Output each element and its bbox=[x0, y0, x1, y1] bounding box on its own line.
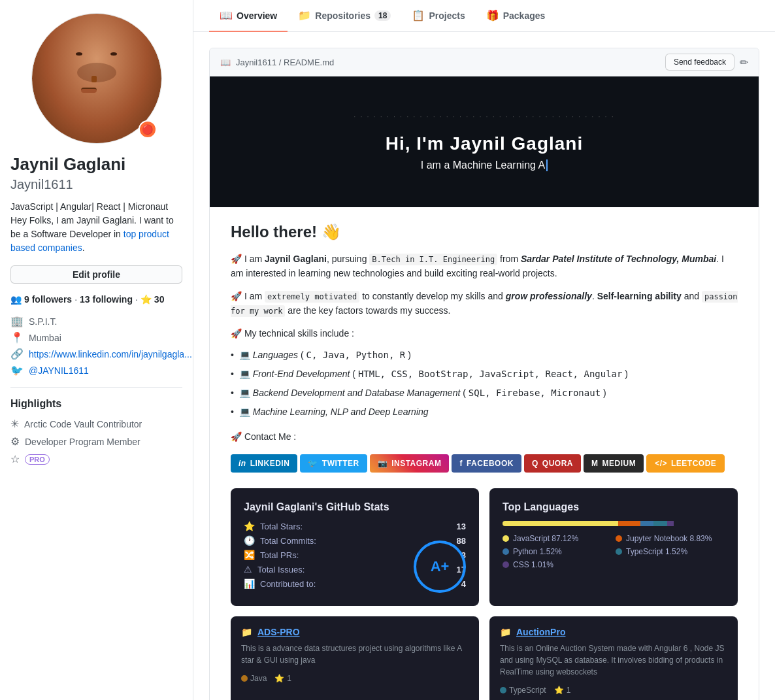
jupyter-dot bbox=[616, 535, 622, 542]
stars-link[interactable]: 30 bbox=[154, 294, 165, 305]
content-area: 📖 Jaynil1611 / README.md Send feedback ✏… bbox=[193, 32, 775, 700]
profile-username: Jaynil1611 bbox=[10, 177, 182, 192]
highlight-text-1: Arctic Code Vault Contributor bbox=[24, 419, 142, 429]
repo-desc-auctionpro: This is an Online Auction System made wi… bbox=[500, 642, 727, 678]
readme-skills-intro: 🚀 My technical skills include : bbox=[231, 326, 738, 341]
facebook-icon: f bbox=[459, 459, 463, 468]
stats-card-title: Jaynil Gaglani's GitHub Stats bbox=[244, 501, 466, 513]
projects-icon: 📋 bbox=[412, 9, 425, 22]
repo-meta-ads-pro: Java ⭐ 1 bbox=[241, 674, 469, 683]
linkedin-icon: in bbox=[239, 459, 246, 468]
bullet-icon: • bbox=[231, 348, 234, 362]
twitter-icon: 🐦 bbox=[10, 364, 24, 376]
building-icon: 🏢 bbox=[10, 315, 24, 327]
following-link[interactable]: 13 following bbox=[80, 294, 133, 305]
profile-banner: · · · · · · · · · · · · · · · · · · · · … bbox=[210, 76, 759, 207]
github-stats-card: Jaynil Gaglani's GitHub Stats ⭐ Total St… bbox=[231, 488, 479, 606]
tab-packages[interactable]: 🎁 Packages bbox=[476, 0, 556, 32]
org-value: S.P.I.T. bbox=[29, 316, 57, 327]
repo-meta-auctionpro: TypeScript ⭐ 1 bbox=[500, 686, 727, 695]
tab-overview[interactable]: 📖 Overview bbox=[209, 0, 288, 32]
stars-icon-1: ⭐ bbox=[274, 674, 284, 683]
bio-link[interactable]: top product based companies bbox=[10, 229, 169, 253]
readme-path: Jaynil1611 / README.md bbox=[236, 58, 334, 67]
repo-card-ads-pro: 📁 ADS-PRO This is a advance data structu… bbox=[231, 616, 479, 700]
readme-skills-list: • 💻 Languages ( C, Java, Python, R ) • 💻… bbox=[231, 348, 738, 419]
total-commits-label: Total Commits: bbox=[260, 536, 452, 546]
gear-icon: ⚙ bbox=[10, 435, 20, 448]
skill-item-1: • 💻 Languages ( C, Java, Python, R ) bbox=[231, 348, 738, 362]
overview-icon: 📖 bbox=[220, 9, 233, 22]
grade-circle: A+ bbox=[414, 541, 466, 593]
total-stars-row: ⭐ Total Stars: 13 bbox=[244, 521, 466, 531]
css-dot bbox=[503, 561, 509, 568]
repo-icon-2: 📁 bbox=[500, 627, 511, 637]
language-legend: JavaScript 87.12% Jupyter Notebook 8.83%… bbox=[503, 534, 725, 569]
readme-card: 📖 Jaynil1611 / README.md Send feedback ✏… bbox=[209, 48, 759, 700]
edit-profile-button[interactable]: Edit profile bbox=[10, 265, 182, 284]
bullet-icon: • bbox=[231, 386, 234, 400]
highlight-item-2: ⚙ Developer Program Member bbox=[10, 435, 182, 448]
linkedin-button[interactable]: in LINKEDIN bbox=[231, 454, 297, 473]
stars-bg: · · · · · · · · · · · · · · · · · · · · … bbox=[354, 112, 614, 120]
lang-item-js: JavaScript 87.12% bbox=[503, 534, 612, 543]
repo-cards-row: 📁 ADS-PRO This is a advance data structu… bbox=[231, 616, 738, 700]
facebook-button[interactable]: f FACEBOOK bbox=[452, 454, 521, 473]
contact-section: 🚀 Contact Me : bbox=[231, 429, 738, 444]
linkedin-item: 🔗 https://www.linkedin.com/in/jaynilgagl… bbox=[10, 348, 182, 360]
tab-projects[interactable]: 📋 Projects bbox=[401, 0, 475, 32]
python-dot bbox=[503, 548, 509, 555]
lang-item-ts: TypeScript 1.52% bbox=[616, 547, 725, 556]
followers-link[interactable]: 9 followers bbox=[24, 294, 72, 305]
twitter-item: 🐦 @JAYNIL1611 bbox=[10, 364, 182, 376]
stars-icon-2: ⭐ bbox=[554, 686, 564, 695]
repo-lang-auctionpro: TypeScript bbox=[500, 686, 546, 695]
book-icon: 📖 bbox=[220, 58, 231, 67]
repo-name-ads-pro[interactable]: ADS-PRO bbox=[257, 627, 300, 637]
linkedin-link[interactable]: https://www.linkedin.com/in/jaynilgagla.… bbox=[29, 349, 192, 359]
jupyter-bar-segment bbox=[618, 521, 640, 526]
lang-item-python: Python 1.52% bbox=[503, 547, 612, 556]
leetcode-button[interactable]: </> LEETCODE bbox=[646, 454, 725, 473]
python-bar-segment bbox=[640, 521, 653, 526]
ts-bar-segment bbox=[653, 521, 667, 526]
readme-body: Hello there! 👋 🚀 I am Jaynil Gaglani, pu… bbox=[210, 207, 759, 700]
readme-header-left: 📖 Jaynil1611 / README.md bbox=[220, 58, 334, 67]
main-content: 📖 Overview 📁 Repositories 18 📋 Projects … bbox=[193, 0, 775, 700]
repo-stars-ads-pro: ⭐ 1 bbox=[274, 674, 291, 683]
instagram-button[interactable]: 📷 INSTAGRAM bbox=[370, 454, 450, 473]
repo-card-header-2: 📁 AuctionPro bbox=[500, 627, 727, 637]
total-commits-value: 88 bbox=[457, 536, 466, 546]
tab-repositories[interactable]: 📁 Repositories 18 bbox=[288, 0, 401, 32]
lang-item-jupyter: Jupyter Notebook 8.83% bbox=[616, 534, 725, 543]
nav-tabs: 📖 Overview 📁 Repositories 18 📋 Projects … bbox=[193, 0, 775, 32]
prs-icon: 🔀 bbox=[244, 550, 255, 560]
sidebar: 🔴 Jaynil Gaglani Jaynil1611 JavaScript |… bbox=[0, 0, 193, 700]
lang-item-css: CSS 1.01% bbox=[503, 560, 612, 569]
medium-button[interactable]: M MEDIUM bbox=[584, 454, 644, 473]
stats-row: Jaynil Gaglani's GitHub Stats ⭐ Total St… bbox=[231, 488, 738, 606]
pencil-icon[interactable]: ✏ bbox=[740, 56, 748, 69]
banner-title: Hi, I'm Jaynil Gaglani bbox=[354, 133, 614, 154]
grade-text: A+ bbox=[431, 558, 450, 575]
pro-badge: PRO bbox=[25, 454, 50, 465]
total-stars-label: Total Stars: bbox=[260, 522, 452, 531]
location-value: Mumbai bbox=[29, 333, 61, 343]
js-bar-segment bbox=[503, 521, 618, 526]
twitter-bird-icon: 🐦 bbox=[308, 459, 318, 468]
banner-typing: I am a Machine Learning A bbox=[354, 159, 614, 171]
send-feedback-button[interactable]: Send feedback bbox=[665, 54, 734, 71]
twitter-button[interactable]: 🐦 TWITTER bbox=[300, 454, 367, 473]
repo-name-auctionpro[interactable]: AuctionPro bbox=[516, 627, 565, 637]
quora-button[interactable]: Q QUORA bbox=[524, 454, 581, 473]
twitter-link[interactable]: @JAYNIL1611 bbox=[29, 365, 89, 376]
location-icon: 📍 bbox=[10, 331, 24, 344]
repo-card-auctionpro: 📁 AuctionPro This is an Online Auction S… bbox=[489, 616, 738, 700]
tab-overview-label: Overview bbox=[237, 10, 277, 21]
repo-stars-auctionpro: ⭐ 1 bbox=[554, 686, 571, 695]
commits-icon: 🕐 bbox=[244, 535, 255, 546]
readme-para1: 🚀 I am Jaynil Gaglani, pursuing B.Tech i… bbox=[231, 252, 738, 281]
social-buttons: in LINKEDIN 🐦 TWITTER 📷 INSTAGRAM f bbox=[231, 454, 738, 473]
spark-icon: ✳ bbox=[10, 418, 19, 430]
issues-icon: ⚠ bbox=[244, 564, 252, 575]
